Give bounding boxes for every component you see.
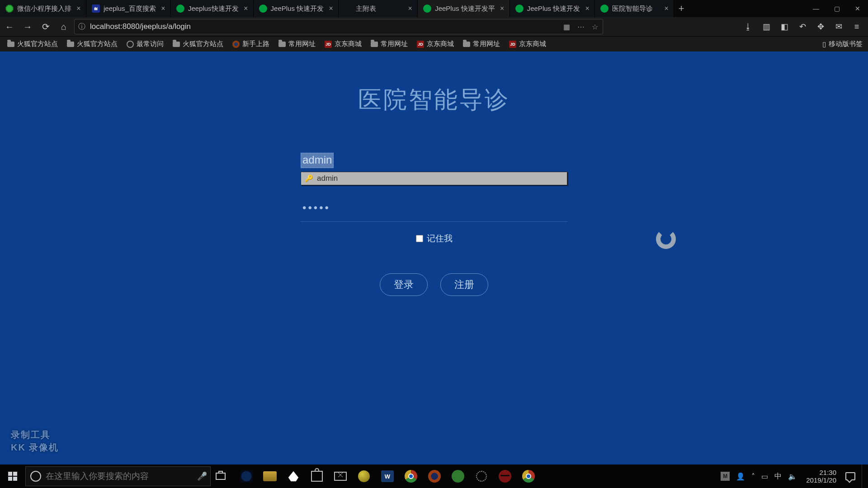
bookmark-item[interactable]: JD京东商城: [505, 38, 550, 50]
chat-icon[interactable]: ✉: [832, 20, 845, 33]
bookmark-item[interactable]: 火狐官方站点: [4, 38, 61, 50]
bookmark-item[interactable]: 常用网址: [459, 38, 504, 50]
task-view-button[interactable]: [211, 473, 231, 480]
tray-date: 2019/1/20: [806, 476, 836, 484]
favicon-jeeplus-icon: [423, 5, 431, 13]
start-button[interactable]: [0, 465, 25, 488]
new-tab-button[interactable]: +: [674, 3, 689, 14]
taskbar-app-store[interactable]: [307, 467, 326, 486]
taskbar-search-input[interactable]: [46, 471, 194, 481]
taskbar-app-edge[interactable]: [237, 467, 256, 486]
action-center-icon[interactable]: [845, 472, 855, 480]
bookmark-item[interactable]: 常用网址: [275, 38, 319, 50]
store-icon: [311, 471, 323, 482]
show-desktop-button[interactable]: [862, 465, 865, 488]
sidebar-icon[interactable]: ◧: [778, 20, 791, 33]
autofill-suggestion[interactable]: admin: [317, 174, 338, 183]
tray-battery-icon[interactable]: ▭: [761, 472, 768, 481]
username-input[interactable]: admin: [301, 153, 334, 168]
reader-mode-icon[interactable]: ▦: [561, 23, 572, 31]
bookmark-item[interactable]: 最常访问: [123, 38, 167, 50]
tray-volume-icon[interactable]: 🔈: [788, 472, 797, 481]
close-icon[interactable]: ×: [242, 5, 250, 13]
taskbar-app-explorer[interactable]: [260, 467, 279, 486]
login-button[interactable]: 登录: [380, 273, 428, 296]
autofill-dropdown[interactable]: 🔑 admin: [301, 172, 567, 185]
task-view-icon: [216, 473, 226, 480]
microphone-icon[interactable]: 🎤: [194, 471, 210, 481]
undo-icon[interactable]: ↶: [796, 20, 809, 33]
close-icon[interactable]: ×: [499, 5, 506, 13]
remember-me-checkbox[interactable]: [416, 235, 423, 242]
taskbar-app-firefox[interactable]: [425, 467, 444, 486]
tab-2[interactable]: Jeeplus快速开发 ×: [171, 0, 254, 17]
browser-tabstrip: 微信小程序接入排 × jeeplus_百度搜索 × Jeeplus快速开发 × …: [0, 0, 868, 17]
tab-0[interactable]: 微信小程序接入排 ×: [0, 0, 86, 17]
back-button[interactable]: ←: [2, 19, 17, 34]
window-minimize-button[interactable]: —: [806, 0, 826, 17]
page-actions-icon[interactable]: ⋯: [576, 23, 586, 31]
jd-icon: JD: [509, 41, 516, 48]
taskbar-app-bird[interactable]: [284, 467, 303, 486]
taskbar-app-wechat[interactable]: [448, 467, 467, 486]
tab-4[interactable]: 主附表 ×: [339, 0, 418, 17]
bookmark-star-icon[interactable]: ☆: [590, 23, 600, 31]
address-bar[interactable]: ⓘ ▦ ⋯ ☆: [74, 19, 603, 34]
close-icon[interactable]: ×: [663, 5, 670, 13]
sphere-app-icon: [358, 470, 370, 482]
window-close-button[interactable]: ✕: [847, 0, 868, 17]
close-icon[interactable]: ×: [75, 5, 82, 13]
firefox-icon: [428, 470, 441, 483]
reload-button[interactable]: ⟳: [38, 19, 53, 34]
taskbar-app-word[interactable]: W: [378, 467, 397, 486]
login-form: admin 🔑 admin ••••• 记住我 登录 注册: [301, 153, 567, 296]
close-icon[interactable]: ×: [584, 5, 591, 13]
tab-1[interactable]: jeeplus_百度搜索 ×: [86, 0, 171, 17]
library-icon[interactable]: ▥: [760, 20, 773, 33]
recorder-watermark: 录制工具 KK 录像机: [11, 428, 59, 454]
taskbar-app-ball[interactable]: [354, 467, 373, 486]
taskbar-app-chrome[interactable]: [401, 467, 420, 486]
window-maximize-button[interactable]: ▢: [826, 0, 847, 17]
close-icon[interactable]: ×: [327, 5, 335, 13]
tray-clock[interactable]: 21:30 2019/1/20: [803, 469, 839, 484]
password-input[interactable]: •••••: [301, 202, 567, 214]
close-icon[interactable]: ×: [160, 5, 167, 13]
tab-label: Jeeplus快速开发: [188, 5, 239, 13]
forward-button[interactable]: →: [20, 19, 35, 34]
tray-ime-icon[interactable]: 中: [774, 472, 782, 481]
hamburger-menu-icon[interactable]: ≡: [850, 20, 863, 33]
bookmark-label: 京东商城: [335, 40, 362, 48]
favicon-jeeplus-icon: [259, 5, 267, 13]
bookmark-label: 常用网址: [381, 40, 408, 48]
bookmark-item[interactable]: 火狐官方站点: [63, 38, 121, 50]
taskbar-app-recorder[interactable]: [495, 467, 514, 486]
bookmark-item[interactable]: 常用网址: [367, 38, 411, 50]
tray-m-badge-icon[interactable]: M: [721, 472, 730, 481]
url-input[interactable]: [90, 22, 558, 31]
home-button[interactable]: ⌂: [56, 19, 71, 34]
tray-people-icon[interactable]: 👤: [736, 472, 745, 481]
tab-5-active[interactable]: JeePlus 快速开发平 ×: [418, 0, 510, 17]
cortana-icon[interactable]: [26, 471, 46, 482]
taskbar-search[interactable]: 🎤: [25, 466, 211, 486]
bookmark-item[interactable]: JD京东商城: [321, 38, 365, 50]
tab-7[interactable]: 医院智能导诊 ×: [595, 0, 674, 17]
tab-3[interactable]: JeePlus 快速开发 ×: [254, 0, 339, 17]
tray-overflow-icon[interactable]: ˄: [751, 472, 755, 481]
extension-icon[interactable]: ✥: [814, 20, 827, 33]
bookmark-item[interactable]: 火狐官方站点: [169, 38, 227, 50]
taskbar-app-chrome2[interactable]: [519, 467, 538, 486]
tab-6[interactable]: JeePlus 快速开发 ×: [510, 0, 595, 17]
mobile-bookmarks-button[interactable]: ▯移动版书签: [819, 38, 864, 50]
bookmark-item[interactable]: JD京东商城: [413, 38, 458, 50]
bookmark-item[interactable]: 新手上路: [229, 38, 273, 50]
taskbar-app-settings[interactable]: [472, 467, 491, 486]
site-info-icon[interactable]: ⓘ: [77, 22, 86, 31]
favicon-blank-icon: [344, 5, 352, 13]
taskbar-app-mail[interactable]: [331, 467, 350, 486]
browser-navbar: ← → ⟳ ⌂ ⓘ ▦ ⋯ ☆ ⭳ ▥ ◧ ↶ ✥ ✉ ≡: [0, 17, 868, 36]
register-button[interactable]: 注册: [440, 273, 488, 296]
downloads-icon[interactable]: ⭳: [741, 20, 755, 33]
close-icon[interactable]: ×: [406, 5, 414, 13]
